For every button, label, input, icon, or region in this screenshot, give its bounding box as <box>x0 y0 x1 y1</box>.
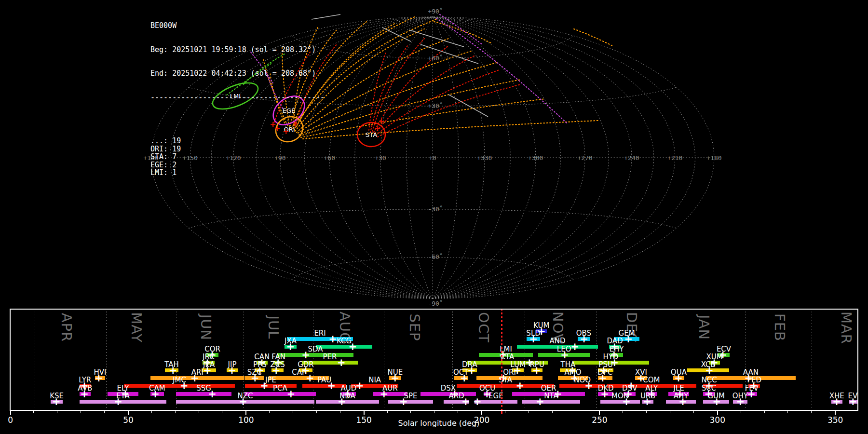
month-label-apr: APR <box>58 312 75 343</box>
shower-count-line: ORI: 19 <box>150 145 325 153</box>
axis-major-tick <box>128 411 129 415</box>
axis-minor-tick <box>693 411 694 413</box>
axis-major-tick <box>717 411 718 415</box>
shower-peak-rpu: + <box>532 366 541 375</box>
shower-peak-ard: + <box>461 397 470 406</box>
shower-peak-nzc: + <box>239 397 247 406</box>
meteor-trail <box>378 84 521 137</box>
shower-bar-nta <box>522 400 580 404</box>
shower-label-ssg: SSG <box>182 384 226 393</box>
current-sol-line <box>501 309 502 411</box>
observation-header: BE000W Beg: 20251021 19:59:18 (sol = 208… <box>150 6 325 185</box>
shower-peak-ege: + <box>473 397 482 406</box>
shower-peak-urs: + <box>643 397 651 406</box>
axis-minor-tick <box>576 411 576 413</box>
month-boundary-mar <box>812 309 812 411</box>
activity-timeline: APRMAYJUNJULAUGSEPOCTNOVDECJANFEBMARKUM+… <box>10 309 858 411</box>
lon-label: +270 <box>577 154 592 162</box>
current-sol-axis-tick <box>501 411 502 414</box>
axis-tick-label: 300 <box>703 415 732 425</box>
month-label-jun: JUN <box>198 312 214 343</box>
axis-minor-tick <box>151 411 152 413</box>
shower-peak-aur: + <box>380 390 388 398</box>
end-time: End: 20251022 04:42:23 (sol = 208.68°) <box>150 69 325 78</box>
shower-peak-xcb: + <box>705 366 714 375</box>
shower-label-nda: NDA <box>326 392 369 400</box>
shower-count-line: STA: 7 <box>150 153 325 161</box>
axis-tick-label: 50 <box>114 415 143 425</box>
axis-minor-tick <box>199 411 199 413</box>
shower-peak-oct: + <box>460 374 469 382</box>
shower-counts: ...: 19ORI: 19STA: 7EGE: 2LMI: 1 <box>150 137 325 177</box>
axis-minor-tick <box>529 411 529 413</box>
meteor-track <box>448 95 488 117</box>
month-label-oct: OCT <box>475 312 492 343</box>
lon-label: +0 <box>429 154 436 162</box>
axis-minor-tick <box>670 411 670 413</box>
station-id: BE000W <box>150 22 325 30</box>
shower-peak-ahy: + <box>678 397 687 406</box>
shower-peak-evi: + <box>849 397 857 406</box>
axis-tick-label: 0 <box>0 415 25 425</box>
shower-peak-obs: + <box>580 335 588 343</box>
meteor-trail <box>574 29 612 46</box>
axis-minor-tick <box>81 411 81 413</box>
lat-label: -30˚ <box>428 205 443 213</box>
shower-label-com: COM <box>630 376 673 384</box>
meteor-trail <box>303 121 598 139</box>
axis-minor-tick <box>387 411 388 413</box>
shower-label-kcg: KCG <box>323 337 366 345</box>
header-divider: ---------------------------------------- <box>150 94 325 102</box>
axis-major-tick <box>245 411 246 415</box>
shower-peak-pca: + <box>286 390 295 398</box>
shower-peak-avb: + <box>80 390 89 398</box>
meteor-track <box>409 30 464 47</box>
shower-peak-cam: + <box>151 390 160 398</box>
shower-peak-kcg: + <box>348 342 357 351</box>
month-label-mar: MAR <box>838 312 854 343</box>
axis-tick-label: 100 <box>231 415 260 425</box>
shower-peak-nta: + <box>536 397 544 406</box>
axis-major-tick <box>599 411 600 415</box>
lon-label: +60 <box>324 154 335 162</box>
lon-label: +180 <box>706 154 721 162</box>
axis-minor-tick <box>434 411 434 413</box>
shower-peak-kse: + <box>52 397 61 406</box>
axis-tick-label: 150 <box>350 415 379 425</box>
axis-minor-tick <box>623 411 623 413</box>
axis-minor-tick <box>104 411 105 413</box>
axis-minor-tick <box>222 411 222 413</box>
month-label-sep: SEP <box>407 312 423 343</box>
axis-minor-tick <box>175 411 176 413</box>
axis-minor-tick <box>505 411 505 413</box>
shower-peak-per: + <box>337 358 346 367</box>
shower-bar-spe <box>388 400 433 404</box>
lat-label: +30˚ <box>428 102 443 109</box>
axis-major-tick <box>364 411 365 415</box>
radiant-plus-marker: + <box>378 117 384 126</box>
axis-minor-tick <box>293 411 293 413</box>
axis-minor-tick <box>552 411 553 413</box>
shower-peak-sta: + <box>515 381 524 390</box>
axis-minor-tick <box>316 411 317 413</box>
axis-minor-tick <box>741 411 741 413</box>
shower-count-line: ...: 19 <box>150 137 325 145</box>
axis-major-tick <box>10 411 11 415</box>
axis-minor-tick <box>764 411 765 413</box>
lon-label: +210 <box>667 154 682 162</box>
shower-count-line: EGE: 2 <box>150 161 325 169</box>
shower-peak-leo: + <box>560 351 569 359</box>
lon-label: +240 <box>624 154 639 162</box>
shower-bar-eta <box>80 400 166 404</box>
meteor-trail <box>300 80 521 136</box>
month-label-feb: FEB <box>772 312 788 343</box>
shower-peak-eta: + <box>114 397 122 406</box>
begin-time: Beg: 20251021 19:59:18 (sol = 208.32°) <box>150 46 325 54</box>
shower-label-jpe: JPE <box>249 376 292 384</box>
shower-peak-ohy: + <box>736 397 745 406</box>
axis-minor-tick <box>410 411 411 413</box>
axis-label: Solar longitude (deg) <box>391 419 487 428</box>
lon-label: +30 <box>375 154 386 162</box>
meteor-track <box>382 27 411 41</box>
shower-label-eta: ETA <box>101 392 145 400</box>
